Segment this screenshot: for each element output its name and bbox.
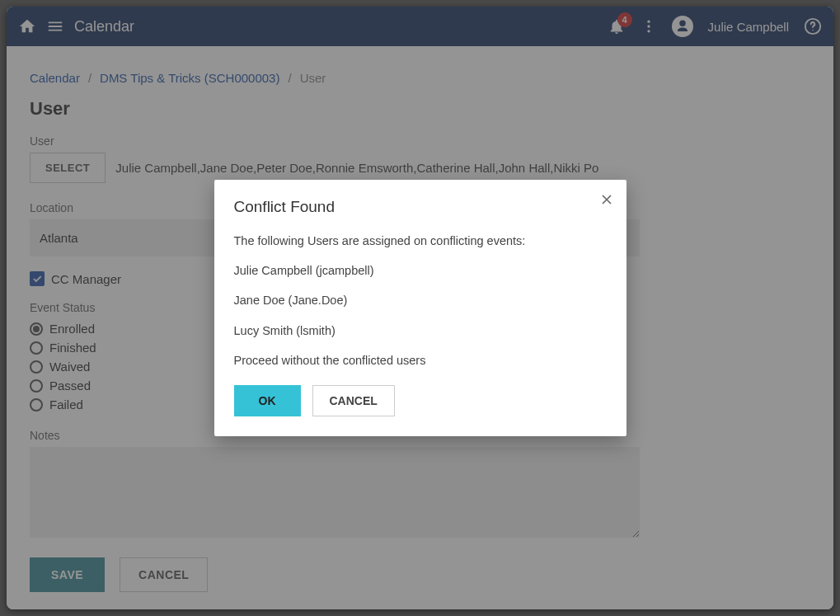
- dialog-intro: The following Users are assigned on conf…: [234, 233, 607, 249]
- cc-manager-label: CC Manager: [51, 272, 121, 286]
- app-title: Calendar: [74, 18, 134, 35]
- breadcrumb-link-schedule[interactable]: DMS Tips & Tricks (SCH000003): [100, 71, 279, 85]
- breadcrumb: Calendar / DMS Tips & Tricks (SCH000003)…: [30, 71, 810, 85]
- notifications-button[interactable]: 4: [608, 17, 626, 35]
- help-icon[interactable]: [804, 17, 822, 35]
- cancel-button[interactable]: CANCEL: [120, 557, 208, 592]
- notes-textarea[interactable]: [30, 447, 640, 538]
- breadcrumb-current: User: [300, 71, 326, 85]
- conflict-dialog: Conflict Found The following Users are a…: [214, 180, 626, 436]
- notification-badge: 4: [617, 12, 632, 27]
- avatar[interactable]: [672, 16, 693, 37]
- svg-point-4: [812, 30, 813, 31]
- dialog-ok-button[interactable]: OK: [234, 385, 301, 416]
- page-title: User: [30, 98, 810, 120]
- conflict-user-3: Lucy Smith (lsmith): [234, 322, 607, 339]
- username[interactable]: Julie Campbell: [708, 20, 789, 34]
- dialog-title: Conflict Found: [234, 198, 607, 216]
- breadcrumb-link-calendar[interactable]: Calendar: [30, 71, 80, 85]
- close-icon[interactable]: [598, 191, 615, 211]
- conflict-user-2: Jane Doe (Jane.Doe): [234, 292, 607, 308]
- dialog-cancel-button[interactable]: CANCEL: [312, 385, 395, 416]
- save-button[interactable]: SAVE: [30, 557, 105, 592]
- checkbox-checked-icon: [30, 271, 45, 286]
- user-field-label: User: [30, 134, 810, 148]
- selected-users-text: Julie Campbell,Jane Doe,Peter Doe,Ronnie…: [115, 161, 598, 175]
- svg-point-2: [647, 30, 650, 32]
- kebab-menu-icon[interactable]: [641, 18, 657, 35]
- home-icon[interactable]: [18, 17, 36, 35]
- menu-icon[interactable]: [46, 17, 64, 35]
- conflict-user-1: Julie Campbell (jcampbell): [234, 262, 607, 279]
- location-value: Atlanta: [40, 231, 78, 245]
- svg-point-0: [647, 21, 650, 23]
- svg-point-1: [647, 25, 650, 27]
- dialog-proceed-text: Proceed without the conflicted users: [234, 352, 607, 369]
- select-users-button[interactable]: SELECT: [30, 153, 106, 183]
- topbar: Calendar 4 Julie Campbell: [7, 7, 833, 46]
